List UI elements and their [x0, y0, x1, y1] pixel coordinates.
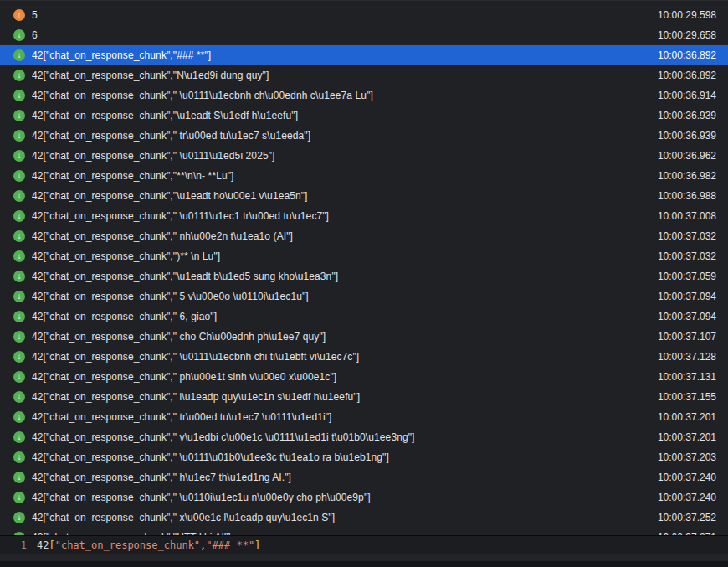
- detail-code-line[interactable]: 42["chat_on_response_chunk","### **"]: [37, 539, 260, 551]
- arrow-down-icon: ↓: [13, 190, 25, 202]
- arrow-down-icon: ↓: [13, 451, 25, 463]
- arrow-down-icon: ↓: [13, 291, 25, 302]
- messages-list[interactable]: ↑ 5 10:00:29.598 ↓ 6 10:00:29.658 ↓ 42["…: [0, 0, 728, 535]
- message-row[interactable]: ↓ 42["chat_on_response_chunk","N\u1ed9i …: [0, 65, 728, 85]
- message-time: 10:00:29.658: [641, 29, 716, 41]
- message-time: 10:00:29.598: [641, 9, 716, 21]
- message-text: 42["chat_on_response_chunk"," \u0111\u1e…: [32, 90, 373, 101]
- message-text: 42["chat_on_response_chunk"," x\u00e1c l…: [32, 512, 335, 523]
- message-row[interactable]: ↓ 42["chat_on_response_chunk"," \u0111\u…: [0, 347, 728, 367]
- message-time: 10:00:37.201: [641, 411, 716, 423]
- message-text: 42["chat_on_response_chunk","\u1eadt b\u…: [32, 271, 338, 282]
- arrow-down-icon: ↓: [13, 431, 25, 443]
- message-text: 42["chat_on_response_chunk"," v\u1edbi c…: [32, 431, 415, 443]
- message-time: 10:00:36.988: [641, 190, 716, 202]
- arrow-down-icon: ↓: [13, 371, 25, 383]
- message-text: 42["chat_on_response_chunk"," \u0111\u01…: [32, 451, 389, 463]
- message-time: 10:00:37.252: [641, 512, 716, 523]
- line-number: 1: [0, 539, 37, 551]
- message-time: 10:00:36.892: [641, 49, 716, 61]
- message-time: 10:00:36.982: [641, 170, 716, 182]
- message-text: 42["chat_on_response_chunk"," tr\u00ed t…: [32, 411, 332, 423]
- message-row[interactable]: ↓ 42["chat_on_response_chunk"," tr\u00ed…: [0, 407, 728, 427]
- token-event-name: "chat_on_response_chunk": [55, 539, 200, 551]
- arrow-down-icon: ↓: [13, 29, 25, 41]
- message-time: 10:00:36.962: [641, 150, 716, 162]
- message-text: 42["chat_on_response_chunk"," cho Ch\u00…: [32, 331, 326, 343]
- message-time: 10:00:36.914: [641, 90, 716, 101]
- arrow-down-icon: ↓: [13, 411, 25, 423]
- message-text: 42["chat_on_response_chunk"," tr\u00ed t…: [32, 130, 310, 142]
- message-time: 10:00:37.203: [641, 451, 716, 463]
- message-row[interactable]: ↓ 42["chat_on_response_chunk","**\n\n- *…: [0, 166, 728, 186]
- message-row[interactable]: ↓ 42["chat_on_response_chunk"," \u0111\u…: [0, 447, 728, 467]
- message-time: 10:00:36.892: [641, 70, 716, 81]
- message-time: 10:00:37.201: [641, 431, 716, 443]
- message-time: 10:00:37.094: [641, 291, 716, 302]
- message-row[interactable]: ↓ 42["chat_on_response_chunk"," l\u1eadp…: [0, 387, 728, 407]
- arrow-down-icon: ↓: [13, 170, 25, 182]
- message-row[interactable]: ↓ 42["chat_on_response_chunk",")** \n Lu…: [0, 246, 728, 266]
- websocket-messages-panel: ↑ 5 10:00:29.598 ↓ 6 10:00:29.658 ↓ 42["…: [0, 0, 728, 567]
- message-text: 42["chat_on_response_chunk"," \u0111\u1e…: [32, 351, 359, 363]
- message-row[interactable]: ↓ 42["chat_on_response_chunk","\u1eadt b…: [0, 266, 728, 286]
- message-text: 42["chat_on_response_chunk"," ph\u00e1t …: [32, 371, 336, 383]
- message-row[interactable]: ↓ 42["chat_on_response_chunk"," x\u00e1c…: [0, 508, 728, 528]
- message-time: 10:00:36.939: [641, 110, 716, 121]
- arrow-down-icon: ↓: [13, 472, 25, 483]
- message-time: 10:00:37.059: [641, 271, 716, 282]
- message-row[interactable]: ↓ 42["chat_on_response_chunk"," ph\u00e1…: [0, 367, 728, 387]
- message-row[interactable]: ↓ 42["chat_on_response_chunk"," cho Ch\u…: [0, 327, 728, 347]
- message-time: 10:00:37.131: [641, 371, 716, 383]
- arrow-down-icon: ↓: [13, 391, 25, 403]
- message-text: 6: [32, 29, 38, 41]
- arrow-down-icon: ↓: [13, 130, 25, 142]
- message-time: 10:00:37.107: [641, 331, 716, 343]
- editor-empty-area: [0, 554, 728, 561]
- message-row[interactable]: ↓ 42["chat_on_response_chunk"," \u0111\u…: [0, 206, 728, 226]
- message-row[interactable]: ↑ 5 10:00:29.598: [0, 5, 728, 25]
- arrow-down-icon: ↓: [13, 331, 25, 343]
- message-row[interactable]: ↓ 42["chat_on_response_chunk"," \u0111\u…: [0, 85, 728, 106]
- arrow-down-icon: ↓: [13, 49, 25, 61]
- message-text: 42["chat_on_response_chunk","### **"]: [32, 49, 211, 61]
- token-close-bracket: ]: [254, 539, 260, 551]
- arrow-down-icon: ↓: [13, 210, 25, 222]
- arrow-down-icon: ↓: [13, 230, 25, 242]
- message-text: 42["chat_on_response_chunk","\u1eadt S\u…: [32, 110, 298, 121]
- arrow-down-icon: ↓: [13, 250, 25, 262]
- message-row[interactable]: ↓ 42["chat_on_response_chunk"," h\u1ec7 …: [0, 467, 728, 487]
- message-row[interactable]: ↓ 42["chat_on_response_chunk"," nh\u00e2…: [0, 226, 728, 246]
- window-bottom-edge: [0, 561, 728, 567]
- message-time: 10:00:37.240: [641, 492, 716, 503]
- message-text: 42["chat_on_response_chunk",")** \n Lu"]: [32, 250, 220, 262]
- arrow-down-icon: ↓: [13, 70, 25, 81]
- message-time: 10:00:37.155: [641, 391, 716, 403]
- message-text: 42["chat_on_response_chunk","**\n\n- **L…: [32, 170, 234, 182]
- message-row[interactable]: ↓ 42["chat_on_response_chunk"," tr\u00ed…: [0, 126, 728, 146]
- message-detail-panel: 1 42["chat_on_response_chunk","### **"]: [0, 535, 728, 554]
- arrow-down-icon: ↓: [13, 150, 25, 162]
- message-row[interactable]: ↓ 42["chat_on_response_chunk","### **"] …: [0, 45, 728, 65]
- message-row[interactable]: ↓ 42["chat_on_response_chunk","\u1eadt S…: [0, 106, 728, 126]
- message-row[interactable]: ↓ 42["chat_on_response_chunk"," 6, giao"…: [0, 307, 728, 327]
- message-text: 42["chat_on_response_chunk"," \u0111\u1e…: [32, 210, 329, 222]
- message-time: 10:00:37.094: [641, 311, 716, 322]
- message-time: 10:00:37.032: [641, 250, 716, 262]
- token-payload: "### **": [206, 539, 254, 551]
- message-text: 42["chat_on_response_chunk"," 6, giao"]: [32, 311, 217, 322]
- message-text: 42["chat_on_response_chunk","\u1eadt ho\…: [32, 190, 308, 202]
- message-row[interactable]: ↓ 42["chat_on_response_chunk","\u1eadt h…: [0, 186, 728, 206]
- message-text: 42["chat_on_response_chunk"," \u0110i\u1…: [32, 492, 371, 503]
- message-row[interactable]: ↓ 42["chat_on_response_chunk"," v\u1edbi…: [0, 427, 728, 447]
- message-row[interactable]: ↓ 42["chat_on_response_chunk"," \u0111\u…: [0, 146, 728, 166]
- message-text: 42["chat_on_response_chunk"," 5 v\u00e0o…: [32, 291, 309, 302]
- message-row[interactable]: ↓ 42["chat_on_response_chunk"," 5 v\u00e…: [0, 286, 728, 307]
- message-row[interactable]: ↓ 42["chat_on_response_chunk"," \u0110i\…: [0, 487, 728, 508]
- message-time: 10:00:36.939: [641, 130, 716, 142]
- message-row[interactable]: ↓ 42["chat_on_response_chunk","HTT khi A…: [0, 528, 728, 535]
- arrow-up-icon: ↑: [13, 9, 25, 21]
- token-number: 42: [37, 539, 49, 551]
- message-row[interactable]: ↓ 6 10:00:29.658: [0, 25, 728, 45]
- message-text: 42["chat_on_response_chunk","N\u1ed9i du…: [32, 70, 269, 81]
